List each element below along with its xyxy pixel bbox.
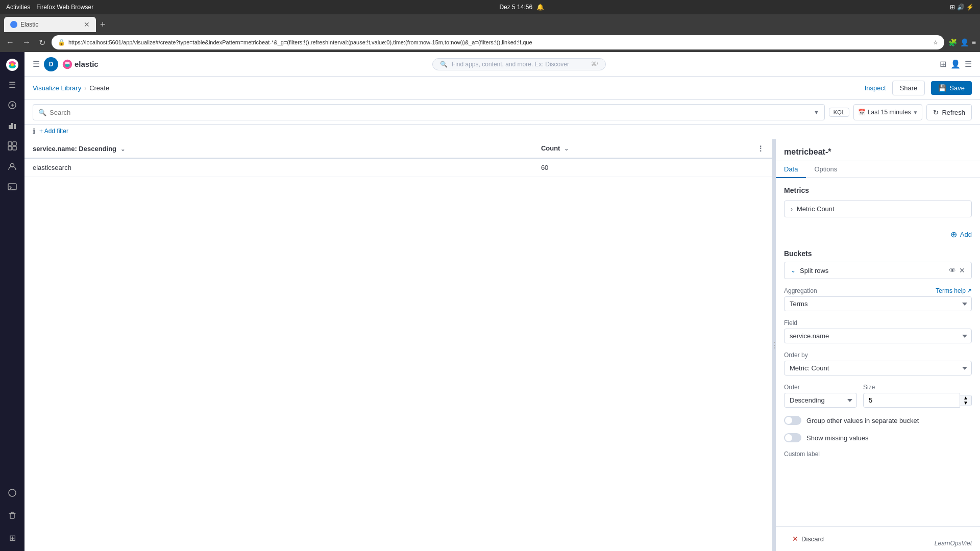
- sidebar-item-apps[interactable]: ⊞: [3, 529, 21, 547]
- back-button[interactable]: ←: [4, 36, 16, 49]
- browser-tab-elastic[interactable]: Elastic ✕: [4, 17, 96, 32]
- svg-point-18: [65, 64, 69, 66]
- aggregation-field-group: Aggregation Terms help ↗ Terms: [776, 283, 980, 315]
- group-other-values-toggle[interactable]: [784, 416, 801, 425]
- split-rows-visibility-button[interactable]: 👁: [949, 266, 956, 274]
- right-panel: metricbeat-* Data Options Metrics ›: [776, 139, 980, 551]
- header-icon-2[interactable]: 👤: [950, 59, 961, 69]
- size-input[interactable]: [863, 393, 960, 408]
- global-search-placeholder: Find apps, content, and more. Ex: Discov…: [452, 61, 569, 68]
- svg-rect-13: [8, 184, 16, 190]
- address-bar[interactable]: 🔒 https://localhost:5601/app/visualize#/…: [52, 35, 944, 49]
- profile-icon[interactable]: 👤: [960, 38, 969, 46]
- sidebar-item-discover[interactable]: [3, 96, 21, 114]
- search-shortcut: ⌘/: [591, 61, 598, 67]
- right-panel-header: metricbeat-*: [776, 139, 980, 161]
- order-by-label: Order by: [784, 352, 972, 359]
- col-options-icon[interactable]: ⋮: [757, 144, 764, 153]
- breadcrumb-library[interactable]: Visualize Library: [33, 84, 81, 92]
- refresh-label: Refresh: [942, 109, 965, 116]
- breadcrumb: Visualize Library › Create: [33, 84, 109, 92]
- split-rows-actions: 👁 ✕: [949, 266, 965, 274]
- search-input[interactable]: [50, 109, 811, 116]
- sidebar-item-dashboard[interactable]: [3, 137, 21, 155]
- forward-button[interactable]: →: [20, 36, 33, 49]
- time-range-picker[interactable]: 📅 Last 15 minutes ▼: [853, 104, 923, 120]
- share-button[interactable]: Share: [892, 81, 925, 95]
- discard-x-icon: ✕: [792, 535, 798, 543]
- activities-label[interactable]: Activities: [6, 4, 30, 11]
- extensions-icon[interactable]: 🧩: [948, 38, 957, 46]
- reload-button[interactable]: ↻: [37, 36, 47, 49]
- new-tab-button[interactable]: +: [96, 19, 110, 30]
- field-select[interactable]: service.name: [784, 329, 972, 343]
- data-area: service.name: Descending ⌄ Count ⌄ ⋮: [24, 139, 980, 551]
- table-row: elasticsearch 60: [24, 158, 772, 177]
- menu-icon[interactable]: ≡: [972, 38, 976, 46]
- show-missing-values-toggle[interactable]: [784, 433, 801, 442]
- refresh-icon: ↻: [933, 109, 939, 116]
- custom-label-section: Custom label: [776, 446, 980, 464]
- kql-badge[interactable]: KQL: [829, 108, 849, 117]
- svg-rect-11: [13, 146, 16, 150]
- datetime-display: Dez 5 14:56: [499, 4, 532, 11]
- global-search-wrapper: 🔍 Find apps, content, and more. Ex: Disc…: [103, 58, 936, 70]
- os-bar-center: Dez 5 14:56 🔔: [499, 4, 544, 11]
- tab-data[interactable]: Data: [776, 161, 806, 178]
- header-icon-3[interactable]: ☰: [965, 59, 972, 69]
- filter-info-icon[interactable]: ℹ: [33, 127, 35, 135]
- order-by-group: Order by Metric: Count: [776, 347, 980, 380]
- sidebar: ☰ ⊞: [0, 52, 24, 551]
- header-actions: Inspect Share 💾 Save: [865, 81, 972, 95]
- tab-options[interactable]: Options: [806, 161, 845, 178]
- size-increment-button[interactable]: ▲: [960, 395, 971, 400]
- sidebar-item-hamburger[interactable]: ☰: [3, 76, 21, 94]
- split-rows-remove-button[interactable]: ✕: [959, 266, 965, 274]
- order-col: Order Descending: [784, 384, 857, 408]
- elastic-logo[interactable]: [6, 56, 19, 73]
- aggregation-select[interactable]: Terms: [784, 296, 972, 311]
- buckets-header: Buckets: [776, 243, 980, 258]
- refresh-button[interactable]: ↻ Refresh: [926, 104, 972, 120]
- tab-close-button[interactable]: ✕: [84, 20, 90, 29]
- custom-label-title: Custom label: [784, 450, 972, 458]
- user-avatar[interactable]: D: [44, 57, 58, 71]
- hamburger-icon[interactable]: ☰: [33, 59, 40, 69]
- app-logo-area: elastic: [62, 59, 99, 69]
- column-header-service-name[interactable]: service.name: Descending ⌄: [24, 139, 533, 158]
- elastic-mini-icon: [62, 59, 72, 69]
- sidebar-item-trash[interactable]: [3, 506, 21, 524]
- col-label-service-name: service.name: Descending: [33, 145, 116, 153]
- main-content: ☰ D elastic 🔍 Find apps, content, and mo…: [24, 52, 980, 551]
- size-decrement-button[interactable]: ▼: [960, 400, 971, 406]
- global-search-bar[interactable]: 🔍 Find apps, content, and more. Ex: Disc…: [432, 58, 606, 70]
- sidebar-item-user[interactable]: [3, 157, 21, 176]
- svg-point-14: [9, 489, 16, 496]
- metric-item-count[interactable]: › Metric Count: [784, 201, 972, 217]
- metric-label-count: Metric Count: [797, 205, 835, 213]
- sidebar-item-terminal[interactable]: [3, 178, 21, 196]
- add-filter-button[interactable]: + Add filter: [39, 128, 68, 135]
- save-button[interactable]: 💾 Save: [931, 81, 972, 95]
- order-select[interactable]: Descending: [784, 393, 857, 408]
- show-missing-values-row: Show missing values: [776, 429, 980, 446]
- browser-name: Firefox Web Browser: [36, 4, 93, 11]
- terms-help-link[interactable]: Terms help ↗: [936, 287, 972, 294]
- svg-point-17: [65, 62, 69, 64]
- add-metric-button[interactable]: ⊕ Add: [776, 226, 980, 243]
- order-by-select[interactable]: Metric: Count: [784, 361, 972, 375]
- bookmark-icon[interactable]: ☆: [933, 39, 938, 46]
- notification-icon[interactable]: 🔔: [536, 4, 544, 11]
- inspect-button[interactable]: Inspect: [865, 84, 886, 92]
- right-panel-spacer: [776, 464, 980, 526]
- search-chevron-icon[interactable]: ▼: [814, 109, 819, 115]
- svg-rect-6: [11, 123, 13, 129]
- split-rows-item: ⌄ Split rows 👁 ✕: [784, 262, 972, 279]
- discard-button[interactable]: ✕ Discard: [784, 531, 832, 547]
- sidebar-item-circle[interactable]: [3, 484, 21, 502]
- sidebar-item-visualize[interactable]: [3, 116, 21, 135]
- column-header-count[interactable]: Count ⌄ ⋮: [533, 139, 772, 158]
- header-icon-1[interactable]: ⊞: [940, 59, 946, 69]
- add-metric-label: Add: [960, 231, 972, 238]
- browser-nav-bar: ← → ↻ 🔒 https://localhost:5601/app/visua…: [0, 33, 980, 52]
